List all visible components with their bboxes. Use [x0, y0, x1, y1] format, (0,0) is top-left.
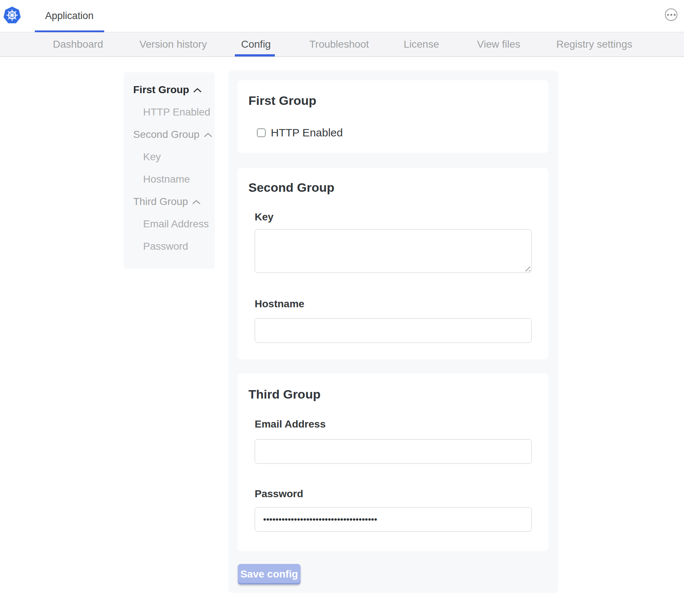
- tab-registry-settings[interactable]: Registry settings: [556, 32, 632, 56]
- hostname-input[interactable]: [255, 318, 532, 343]
- page: Application Dashboard Version history Co…: [0, 0, 684, 616]
- tab-label: View files: [477, 38, 520, 50]
- config-sidebar: First Group HTTP Enabled Second Group Ke…: [124, 72, 215, 269]
- sidebar-item-label: Password: [143, 241, 188, 252]
- sidebar-item-second-group[interactable]: Second Group: [124, 123, 215, 146]
- config-group-second: Second Group Key Hostname: [237, 168, 548, 359]
- sidebar-item-label: Second Group: [133, 129, 200, 140]
- ellipsis-icon: [670, 14, 672, 16]
- app-navbar: Dashboard Version history Config Trouble…: [0, 32, 684, 57]
- ellipsis-icon: [667, 14, 669, 16]
- ellipsis-icon: [674, 14, 676, 16]
- password-input[interactable]: [255, 507, 532, 532]
- key-label: Key: [255, 211, 273, 223]
- save-config-button[interactable]: Save config: [238, 564, 301, 584]
- tab-active-underline: [235, 54, 275, 56]
- sidebar-item-http-enabled[interactable]: HTTP Enabled: [124, 101, 215, 123]
- email-address-input[interactable]: [255, 439, 532, 464]
- group-title: Second Group: [248, 180, 334, 195]
- http-enabled-checkbox[interactable]: [257, 128, 266, 137]
- group-title: First Group: [248, 94, 316, 108]
- tab-label: License: [404, 38, 439, 50]
- sidebar-item-first-group[interactable]: First Group: [124, 78, 215, 101]
- http-enabled-row: HTTP Enabled: [257, 126, 343, 139]
- tab-version-history[interactable]: Version history: [139, 32, 207, 56]
- tab-view-files[interactable]: View files: [477, 32, 520, 56]
- config-panel: First Group HTTP Enabled Second Group Ke…: [228, 70, 558, 593]
- chevron-up-icon: [193, 88, 202, 93]
- hostname-label: Hostname: [255, 298, 304, 310]
- group-title: Third Group: [248, 387, 320, 402]
- tab-label: Troubleshoot: [309, 38, 369, 50]
- more-menu-button[interactable]: [665, 8, 677, 21]
- email-address-label: Email Address: [255, 418, 325, 430]
- config-group-third: Third Group Email Address Password: [237, 373, 548, 551]
- sidebar-item-label: Third Group: [133, 196, 188, 208]
- chevron-up-icon: [204, 132, 212, 138]
- password-label: Password: [255, 488, 303, 500]
- tab-dashboard[interactable]: Dashboard: [53, 32, 103, 56]
- config-group-first: First Group HTTP Enabled: [237, 80, 548, 153]
- key-field-wrap: [255, 229, 532, 273]
- sidebar-item-third-group[interactable]: Third Group: [124, 190, 215, 213]
- sidebar-item-password[interactable]: Password: [124, 235, 215, 257]
- tab-label: Registry settings: [556, 38, 632, 50]
- key-textarea[interactable]: [255, 229, 532, 273]
- tab-license[interactable]: License: [404, 32, 439, 56]
- app-header: Application: [0, 0, 684, 32]
- tab-label: Config: [241, 38, 271, 50]
- chevron-up-icon: [192, 199, 201, 205]
- sidebar-item-hostname[interactable]: Hostname: [124, 168, 215, 190]
- sidebar-item-key[interactable]: Key: [124, 146, 215, 168]
- tab-config[interactable]: Config: [241, 32, 271, 56]
- sidebar-item-label: Hostname: [143, 173, 190, 185]
- tab-troubleshoot[interactable]: Troubleshoot: [309, 32, 369, 56]
- app-title: Application: [45, 0, 94, 32]
- http-enabled-label: HTTP Enabled: [271, 126, 343, 139]
- kubernetes-logo-icon: [3, 6, 21, 25]
- sidebar-item-label: First Group: [133, 84, 189, 96]
- sidebar-item-label: Email Address: [143, 218, 209, 230]
- tab-label: Dashboard: [53, 38, 103, 50]
- tab-label: Version history: [139, 38, 207, 50]
- sidebar-item-label: HTTP Enabled: [143, 106, 210, 118]
- sidebar-item-email-address[interactable]: Email Address: [124, 213, 215, 235]
- sidebar-item-label: Key: [143, 151, 161, 163]
